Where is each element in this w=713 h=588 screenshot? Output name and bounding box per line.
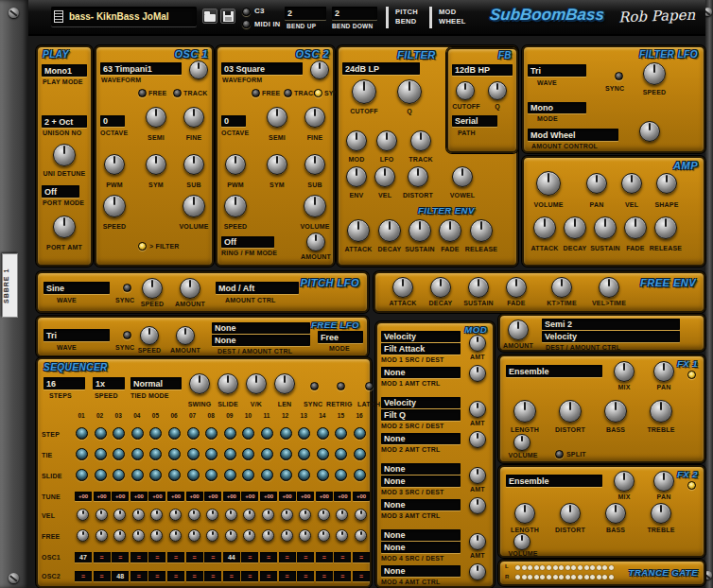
seq-slide-dot[interactable] [317, 469, 329, 481]
seq-tune-cell[interactable]: +00 [260, 492, 277, 501]
osc2-free-radio[interactable] [252, 89, 260, 97]
fx1-length-knob[interactable] [513, 400, 536, 423]
seq-osc1-cell[interactable]: = [279, 552, 296, 562]
mod1-ctrl-knob[interactable] [469, 365, 486, 382]
seq-tie-dot[interactable] [242, 448, 254, 460]
seq-osc1-cell[interactable]: = [260, 552, 277, 562]
seq-osc2-cell[interactable]: = [148, 571, 165, 581]
mod3-amt-knob[interactable] [469, 467, 486, 484]
fx1-treble-knob[interactable] [650, 400, 672, 423]
preset-display[interactable]: bass- KiknBass JoMal [51, 7, 197, 26]
mod4-amt-knob[interactable] [469, 533, 486, 550]
amp-release-knob[interactable] [654, 216, 677, 239]
filter-env-decay-knob[interactable] [378, 219, 401, 242]
seq-osc1-cell[interactable]: 47 [75, 552, 92, 562]
free-lfo-dest-display[interactable]: None [212, 322, 310, 334]
filter-lfo-amount-knob[interactable] [639, 121, 660, 142]
seq-osc2-cell[interactable]: 48 [112, 571, 129, 581]
fx2-distort-knob[interactable] [560, 503, 581, 524]
seq-retrig-radio[interactable] [337, 382, 345, 390]
pitch-lfo-speed-knob[interactable] [142, 278, 163, 299]
seq-slide-dot[interactable] [335, 469, 347, 481]
trance-gate-r-dot[interactable] [590, 575, 595, 579]
fx1-on-radio[interactable] [687, 371, 696, 379]
seq-slide-knob[interactable] [217, 373, 238, 394]
seq-slide-dot[interactable] [280, 469, 292, 481]
c3-radio[interactable] [242, 8, 251, 16]
trance-gate-r-dot[interactable] [528, 575, 532, 579]
fx1-split-radio[interactable] [555, 450, 564, 458]
seq-step-dot[interactable] [168, 427, 181, 440]
seq-osc2-cell[interactable]: = [75, 571, 92, 581]
fx1-distort-knob[interactable] [559, 400, 582, 423]
filter-cutoff-knob[interactable] [352, 79, 376, 104]
osc1-track-radio[interactable] [173, 89, 182, 97]
amp-sustain-knob[interactable] [594, 216, 617, 239]
save-preset-button[interactable] [220, 9, 235, 24]
osc1-speed-knob[interactable] [103, 195, 126, 217]
seq-tie-dot[interactable] [317, 448, 329, 460]
midi-in-radio[interactable] [242, 20, 251, 28]
free-lfo-sync-radio[interactable] [123, 331, 131, 339]
seq-tune-cell[interactable]: +00 [112, 492, 129, 501]
trance-gate-r-dot[interactable] [534, 575, 539, 579]
trance-gate-l-dot[interactable] [534, 565, 539, 570]
mod2-ctrl-knob[interactable] [469, 431, 486, 448]
seq-slide-dot[interactable] [298, 469, 310, 481]
seq-latch-radio[interactable] [365, 382, 374, 390]
port-amt-knob[interactable] [53, 216, 76, 238]
seq-vel-knob[interactable] [169, 509, 182, 521]
free-env-dest-display[interactable]: Semi 2 [542, 319, 680, 330]
fx2-treble-knob[interactable] [651, 503, 671, 524]
seq-tie-dot[interactable] [205, 448, 217, 460]
trance-gate-l-dot[interactable] [590, 565, 595, 570]
seq-step-dot[interactable] [261, 427, 273, 440]
seq-step-dot[interactable] [317, 427, 329, 440]
seq-osc1-cell[interactable]: = [148, 552, 165, 562]
seq-tied-mode-display[interactable]: Normal [130, 377, 182, 389]
osc2-octave-display[interactable]: 0 [221, 115, 246, 127]
trance-gate-l-dot[interactable] [602, 565, 607, 570]
osc2-fine-knob[interactable] [304, 107, 325, 128]
osc1-pwm-knob[interactable] [104, 154, 125, 175]
seq-slide-dot[interactable] [187, 469, 200, 481]
load-preset-button[interactable] [202, 9, 217, 24]
fx2-on-radio[interactable] [687, 481, 696, 490]
fx1-bass-knob[interactable] [604, 400, 627, 423]
seq-osc2-cell[interactable]: = [94, 571, 111, 581]
free-lfo-amount-knob[interactable] [176, 326, 195, 345]
seq-vk-knob[interactable] [246, 373, 267, 394]
seq-osc2-cell[interactable]: = [353, 571, 370, 581]
seq-free-knob[interactable] [169, 529, 182, 542]
seq-tune-cell[interactable]: +00 [204, 492, 221, 501]
filter-lfo-mode-display[interactable]: Mono [528, 102, 586, 113]
seq-slide-dot[interactable] [113, 469, 125, 481]
seq-osc2-cell[interactable]: = [316, 571, 333, 581]
uni-detune-knob[interactable] [53, 144, 76, 166]
preset-menu-icon[interactable] [54, 10, 63, 23]
free-env-amount-knob[interactable] [508, 320, 529, 340]
seq-vel-knob[interactable] [132, 509, 145, 521]
seq-vel-knob[interactable] [243, 509, 255, 521]
osc2-track-radio[interactable] [284, 89, 292, 97]
free-lfo-amount-ctrl-display[interactable]: None [212, 335, 310, 346]
mod2-src-display[interactable]: Velocity [381, 397, 461, 408]
trance-gate-l-dot[interactable] [559, 565, 564, 570]
seq-tune-cell[interactable]: +00 [241, 492, 258, 501]
mod2-dest-display[interactable]: Filt Q [381, 409, 461, 421]
trance-gate-l-dot[interactable] [540, 565, 545, 570]
seq-tie-dot[interactable] [224, 448, 236, 460]
seq-vel-knob[interactable] [188, 509, 200, 521]
seq-slide-dot[interactable] [205, 469, 217, 481]
seq-free-knob[interactable] [132, 529, 145, 542]
seq-slide-dot[interactable] [131, 469, 144, 481]
seq-vel-knob[interactable] [355, 509, 367, 521]
filter-env-attack-knob[interactable] [347, 219, 370, 242]
amp-pan-knob[interactable] [586, 173, 607, 194]
seq-tie-dot[interactable] [168, 448, 181, 460]
seq-vel-knob[interactable] [113, 509, 126, 521]
seq-osc1-cell[interactable]: 44 [223, 552, 240, 562]
osc1-sym-knob[interactable] [146, 154, 166, 175]
mod1-src-display[interactable]: Velocity [381, 331, 461, 342]
seq-step-dot[interactable] [335, 427, 347, 440]
